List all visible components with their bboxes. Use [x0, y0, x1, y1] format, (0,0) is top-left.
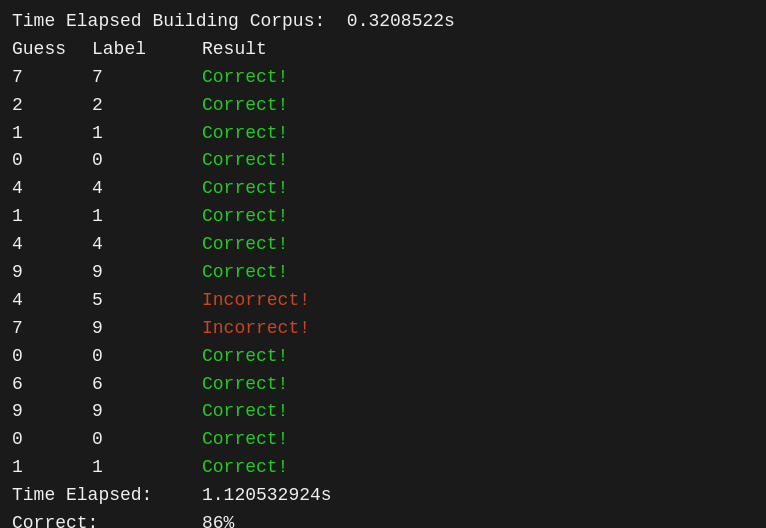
label-cell: 1 [92, 454, 202, 482]
label-cell: 9 [92, 315, 202, 343]
guess-cell: 7 [12, 64, 92, 92]
result-cell: Correct! [202, 64, 288, 92]
table-row: 11Correct! [12, 203, 754, 231]
table-row: 79Incorrect! [12, 315, 754, 343]
column-headers: Guess Label Result [12, 36, 754, 64]
guess-cell: 6 [12, 371, 92, 399]
guess-cell: 1 [12, 120, 92, 148]
label-cell: 1 [92, 203, 202, 231]
table-row: 00Correct! [12, 147, 754, 175]
col-label-header: Label [92, 36, 202, 64]
table-row: 11Correct! [12, 120, 754, 148]
guess-cell: 0 [12, 343, 92, 371]
summary-correct: Correct: 86% [12, 510, 754, 528]
table-row: 44Correct! [12, 175, 754, 203]
correct-label: Correct: [12, 510, 202, 528]
table-row: 66Correct! [12, 371, 754, 399]
label-cell: 0 [92, 147, 202, 175]
guess-cell: 7 [12, 315, 92, 343]
guess-cell: 0 [12, 147, 92, 175]
guess-cell: 4 [12, 175, 92, 203]
result-cell: Correct! [202, 398, 288, 426]
label-cell: 0 [92, 426, 202, 454]
table-row: 00Correct! [12, 426, 754, 454]
guess-cell: 1 [12, 203, 92, 231]
time-elapsed-label: Time Elapsed: [12, 482, 202, 510]
result-cell: Correct! [202, 92, 288, 120]
terminal-output: Time Elapsed Building Corpus: 0.3208522s… [12, 8, 754, 528]
result-cell: Correct! [202, 426, 288, 454]
guess-cell: 9 [12, 259, 92, 287]
guess-cell: 4 [12, 287, 92, 315]
table-row: 99Correct! [12, 398, 754, 426]
label-cell: 1 [92, 120, 202, 148]
label-cell: 4 [92, 175, 202, 203]
label-cell: 9 [92, 398, 202, 426]
table-row: 11Correct! [12, 454, 754, 482]
result-cell: Correct! [202, 454, 288, 482]
table-row: 22Correct! [12, 92, 754, 120]
label-cell: 0 [92, 343, 202, 371]
result-cell: Incorrect! [202, 315, 310, 343]
col-result-header: Result [202, 36, 267, 64]
result-cell: Correct! [202, 259, 288, 287]
result-cell: Correct! [202, 231, 288, 259]
result-cell: Correct! [202, 343, 288, 371]
label-cell: 9 [92, 259, 202, 287]
table-row: 44Correct! [12, 231, 754, 259]
table-row: 99Correct! [12, 259, 754, 287]
result-cell: Correct! [202, 175, 288, 203]
table-row: 45Incorrect! [12, 287, 754, 315]
result-cell: Incorrect! [202, 287, 310, 315]
table-row: 00Correct! [12, 343, 754, 371]
label-cell: 5 [92, 287, 202, 315]
building-corpus-header: Time Elapsed Building Corpus: 0.3208522s [12, 8, 754, 36]
col-guess-header: Guess [12, 36, 92, 64]
result-cell: Correct! [202, 203, 288, 231]
guess-cell: 1 [12, 454, 92, 482]
guess-cell: 9 [12, 398, 92, 426]
time-elapsed-value: 1.120532924s [202, 482, 332, 510]
label-cell: 7 [92, 64, 202, 92]
result-cell: Correct! [202, 120, 288, 148]
correct-value: 86% [202, 510, 234, 528]
guess-cell: 0 [12, 426, 92, 454]
label-cell: 4 [92, 231, 202, 259]
result-cell: Correct! [202, 371, 288, 399]
label-cell: 2 [92, 92, 202, 120]
data-rows: 77Correct!22Correct!11Correct!00Correct!… [12, 64, 754, 482]
result-cell: Correct! [202, 147, 288, 175]
table-row: 77Correct! [12, 64, 754, 92]
summary-time: Time Elapsed: 1.120532924s [12, 482, 754, 510]
label-cell: 6 [92, 371, 202, 399]
guess-cell: 2 [12, 92, 92, 120]
guess-cell: 4 [12, 231, 92, 259]
